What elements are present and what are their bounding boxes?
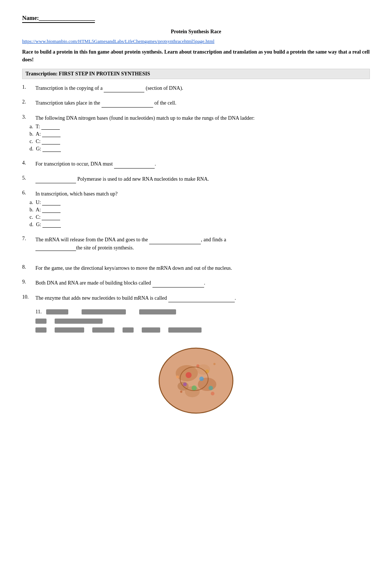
svg-point-16 <box>211 392 214 395</box>
q5-text: Polymerase is used to add new RNA nucleo… <box>35 175 370 183</box>
q12-line <box>35 319 370 324</box>
q9-blank <box>152 282 204 288</box>
q11-redact2 <box>82 309 126 314</box>
cell-image-container <box>22 344 370 418</box>
q1-text: Transcription is the copying of a (secti… <box>35 84 370 92</box>
q3-c-blank <box>42 139 60 144</box>
q2-number: 2. <box>22 99 35 105</box>
q6-c-blank <box>42 215 60 220</box>
q3-a: a. T: <box>30 124 61 130</box>
q3-number: 3. <box>22 114 35 120</box>
questions-list: 1. Transcription is the copying of a (se… <box>22 84 370 302</box>
svg-point-12 <box>209 386 213 390</box>
cell-illustration <box>155 344 237 418</box>
q6-b-blank <box>42 208 61 213</box>
q6-d-blank <box>42 222 61 228</box>
q7-continuation: the site of protein synthesis. <box>35 245 134 251</box>
question-7: 7. The mRNA will release from the DNA an… <box>22 236 370 257</box>
q6-a-blank <box>42 200 61 205</box>
q6-sublist: a. U: b. A: c. C: d. G: <box>30 200 61 229</box>
question-3: 3. The following DNA nitrogen bases (fou… <box>22 114 370 153</box>
q5-number: 5. <box>22 175 35 181</box>
page-title: Protein Synthesis Race <box>22 29 370 35</box>
q7-text: The mRNA will release from the DNA and g… <box>35 236 226 244</box>
q9-number: 9. <box>22 279 35 285</box>
question-1: 1. Transcription is the copying of a (se… <box>22 84 370 92</box>
svg-point-8 <box>192 385 197 391</box>
q6-c: c. C: <box>30 214 61 220</box>
q3-sublist: a. T: b. A: c. C: d. G: <box>30 124 61 153</box>
q10-number: 10. <box>22 294 35 300</box>
svg-point-7 <box>199 377 204 381</box>
question-5: 5. Polymerase is used to add new RNA nuc… <box>22 175 370 183</box>
q3-d: d. G: <box>30 146 61 152</box>
name-label: Name:___________________ <box>22 15 95 23</box>
q1-blank <box>104 87 144 92</box>
q3-b: b. A: <box>30 131 61 137</box>
q11-redact3 <box>139 309 176 314</box>
svg-point-17 <box>180 391 182 393</box>
question-8: 8. For the game, use the directional key… <box>22 264 370 272</box>
q10-text: The enzyme that adds new nucleotides to … <box>35 294 370 302</box>
q2-blank <box>102 102 153 108</box>
question-4: 4. For transcription to occur, DNA must … <box>22 160 370 168</box>
q3-b-blank <box>42 132 61 137</box>
q11-redact1 <box>46 309 68 314</box>
q11-line: 11. <box>35 309 370 315</box>
svg-point-6 <box>186 372 192 378</box>
q2-text: Transcription takes place in the of the … <box>35 99 370 107</box>
q13-line <box>35 327 370 333</box>
url-link[interactable]: https://www.biomanbio.com/HTML5GamesandL… <box>22 38 370 44</box>
q4-blank <box>114 163 155 169</box>
q3-a-blank <box>41 125 60 130</box>
q7-number: 7. <box>22 236 35 242</box>
q6-a: a. U: <box>30 200 61 205</box>
q3-d-blank <box>42 147 61 152</box>
q6-d: d. G: <box>30 222 61 228</box>
section-header: Transcription: FIRST STEP IN PROTEIN SYN… <box>22 69 370 79</box>
svg-point-10 <box>183 382 187 386</box>
q13-redact3 <box>92 327 114 333</box>
q7-blank1 <box>149 239 201 244</box>
q1-number: 1. <box>22 84 35 90</box>
q6-number: 6. <box>22 190 35 196</box>
q11-number: 11. <box>35 309 42 315</box>
q8-text: For the game, use the directional keys/a… <box>35 264 370 272</box>
q12-redact1 <box>35 319 47 324</box>
description: Race to build a protein in this fun game… <box>22 48 370 64</box>
q9-text: Both DNA and RNA are made of building bl… <box>35 279 370 287</box>
q3-text: The following DNA nitrogen bases (found … <box>35 114 255 122</box>
q5-blank <box>35 178 76 183</box>
q12-redact2 <box>55 319 103 324</box>
svg-point-18 <box>213 363 216 365</box>
q10-blank <box>168 297 235 302</box>
q4-number: 4. <box>22 160 35 166</box>
q13-redact1 <box>35 327 47 333</box>
svg-point-15 <box>176 375 179 378</box>
name-line: Name:___________________ <box>22 15 370 29</box>
question-9: 9. Both DNA and RNA are made of building… <box>22 279 370 287</box>
q13-redact2 <box>55 327 84 333</box>
q7-blank2 <box>35 246 76 251</box>
q13-redact4 <box>123 327 134 333</box>
q13-redact5 <box>142 327 160 333</box>
question-2: 2. Transcription takes place in the of t… <box>22 99 370 107</box>
q8-number: 8. <box>22 264 35 270</box>
question-6: 6. In transcription, which bases match u… <box>22 190 370 229</box>
redacted-section: 11. <box>35 309 370 333</box>
q3-c: c. C: <box>30 139 61 144</box>
q6-b: b. A: <box>30 207 61 213</box>
q4-text: For transcription to occur, DNA must . <box>35 160 370 168</box>
q13-redact6 <box>168 327 202 333</box>
q6-text: In transcription, which bases match up? <box>35 190 117 198</box>
question-10: 10. The enzyme that adds new nucleotides… <box>22 294 370 302</box>
